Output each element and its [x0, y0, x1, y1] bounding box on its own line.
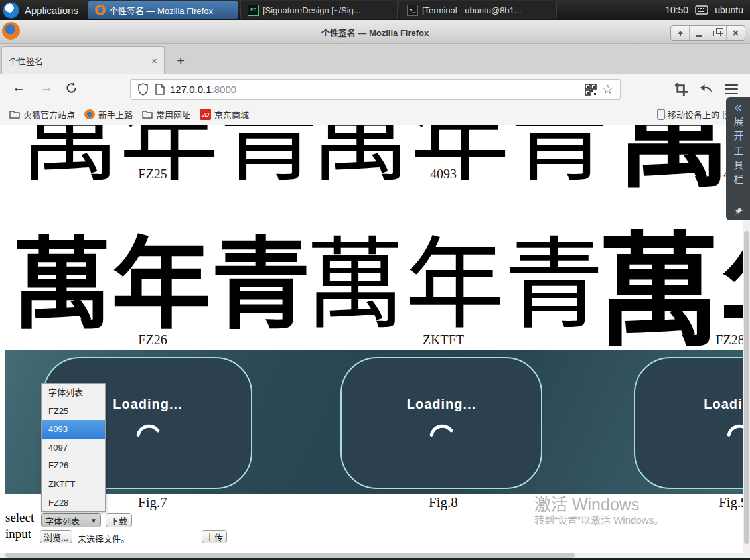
tab-close-icon[interactable]: × [151, 55, 157, 66]
folder-icon [9, 110, 20, 119]
dropdown-option[interactable]: 字体列表 [42, 384, 105, 402]
font-label: 4093 [377, 167, 510, 182]
tab-bar: 个性签名 × + [0, 44, 750, 74]
url-bar[interactable]: 127.0.0.1:8000 ☆ [130, 79, 621, 100]
pycharm-icon: PC [248, 5, 259, 16]
expand-toolbar-panel[interactable]: « 展开工具栏 [726, 97, 750, 220]
window-controls: × [670, 25, 745, 41]
bookmark-firefox-official[interactable]: 火狐官方站点 [9, 108, 75, 121]
jd-icon: JD [200, 109, 211, 120]
minimize-button[interactable] [689, 26, 708, 40]
activate-windows-subtext: 转到“设置”以激活 Windows。 [534, 512, 664, 526]
font-label: ZKTFT [377, 332, 510, 348]
file-status-text: 未选择文件。 [78, 532, 129, 545]
tab-signature[interactable]: 个性签名 × [1, 46, 165, 74]
select-current-value: 字体列表 [45, 514, 80, 527]
taskbar-window-terminal-label: [Terminal - ubuntu@8b1... [422, 5, 522, 15]
font-label: FZ25 [86, 167, 219, 182]
url-text[interactable]: 127.0.0.1:8000 [170, 84, 236, 95]
select-row-label: select [5, 510, 34, 525]
desktop-taskbar: Applications 个性签名 — Mozilla Firefox PC [… [0, 0, 750, 20]
collapse-chevrons-icon[interactable]: « [734, 100, 741, 115]
horizontal-scrollbar[interactable] [0, 553, 750, 558]
bookmark-common-sites[interactable]: 常用网址 [142, 108, 190, 121]
firefox-icon [84, 109, 95, 119]
loading-text: Loading... [407, 397, 476, 412]
fig-label: Fig.9 [694, 494, 743, 511]
font-label: FZ28 [664, 332, 743, 348]
bookmark-jd[interactable]: JD 京东商城 [200, 108, 249, 121]
horizontal-scrollbar-thumb[interactable] [5, 553, 575, 558]
loading-text: Loading... [704, 397, 743, 412]
font-sample-4093: 萬年青 [311, 125, 576, 200]
rollup-button[interactable] [671, 26, 689, 40]
terminal-icon: >_ [407, 5, 418, 16]
close-button[interactable]: × [726, 26, 745, 40]
pin-icon[interactable] [733, 206, 743, 217]
new-tab-button[interactable]: + [171, 52, 190, 70]
taskbar-window-firefox[interactable]: 个性签名 — Mozilla Firefox [88, 1, 238, 19]
font-select-control[interactable]: 字体列表 ▼ [41, 513, 101, 527]
chevron-down-icon: ▼ [90, 517, 97, 524]
window-titlebar[interactable]: 个性签名 — Mozilla Firefox × [0, 20, 750, 44]
font-label: FZ26 [86, 332, 219, 348]
font-select-dropdown: 字体列表 FZ25 4093 4097 FZ26 ZKTFT FZ28 [41, 383, 106, 512]
page-info-icon[interactable] [155, 84, 165, 95]
reload-button[interactable] [65, 82, 78, 94]
taskbar-window-terminal[interactable]: >_ [Terminal - ubuntu@8b1... [400, 1, 557, 19]
page-content: 萬年青 萬年青 萬年青 FZ25 4093 4097 萬年青 萬年青 萬年青 F… [0, 125, 743, 553]
expand-toolbar-label[interactable]: 展开工具栏 [731, 116, 745, 201]
loading-card-2: Loading... [340, 357, 542, 489]
navigation-toolbar: ← → 127.0.0.1:8000 ☆ [0, 74, 750, 104]
shield-icon[interactable] [137, 83, 149, 96]
url-port: :8000 [212, 84, 237, 95]
applications-menu[interactable]: Applications [25, 5, 78, 16]
undo-arrow-icon[interactable] [698, 82, 713, 96]
screenshot-crop-icon[interactable] [674, 82, 688, 96]
taskbar-window-pycharm[interactable]: PC [SignatureDesign [~/Sig... [240, 1, 398, 19]
phone-icon [657, 109, 665, 120]
xfce-applications-icon[interactable] [3, 2, 19, 19]
taskbar-window-pycharm-label: [SignatureDesign [~/Sig... [263, 5, 361, 15]
user-menu[interactable]: ubuntu [715, 5, 743, 15]
loading-text: Loading... [113, 397, 182, 412]
activate-windows-watermark: 激活 Windows [534, 491, 639, 515]
vertical-scrollbar-thumb[interactable] [744, 231, 749, 544]
forward-button[interactable]: → [40, 80, 53, 95]
fig-label: Fig.7 [113, 494, 192, 511]
download-button[interactable]: 下载 [106, 513, 132, 527]
spinner-icon [426, 421, 457, 437]
taskbar-window-firefox-label: 个性签名 — Mozilla Firefox [110, 4, 213, 17]
spinner-icon [133, 421, 163, 437]
loading-image-strip: Loading... Loading... Loading... [5, 350, 743, 494]
window-title: 个性签名 — Mozilla Firefox [0, 26, 750, 38]
dropdown-option[interactable]: FZ26 [42, 456, 105, 475]
firefox-icon [95, 5, 106, 15]
bookmarks-toolbar: 火狐官方站点 新手上路 常用网址 JD 京东商城 移动设备上的书签 [0, 104, 750, 125]
font-sample-zktft: 萬年青 [305, 204, 571, 348]
dropdown-option-selected[interactable]: 4093 [42, 420, 105, 439]
menu-hamburger-icon[interactable] [725, 84, 738, 94]
dropdown-option[interactable]: FZ25 [42, 402, 105, 421]
bookmark-star-icon[interactable]: ☆ [602, 82, 613, 97]
dropdown-option[interactable]: FZ28 [42, 494, 105, 512]
qr-translate-icon[interactable] [585, 84, 597, 96]
tab-title: 个性签名 [9, 54, 43, 67]
dropdown-option[interactable]: ZKTFT [42, 475, 105, 494]
dropdown-option[interactable]: 4097 [42, 439, 105, 457]
font-sample-fz26: 萬年青 [12, 204, 277, 348]
browse-button[interactable]: 浏览... [40, 530, 72, 543]
vertical-scrollbar[interactable] [743, 220, 750, 553]
bookmark-getting-started[interactable]: 新手上路 [84, 108, 133, 121]
clock[interactable]: 10:50 [665, 5, 688, 15]
loading-card-3: Loading... [634, 357, 743, 489]
spinner-icon [723, 421, 744, 437]
folder-icon [142, 110, 153, 119]
desktop-screen: Applications 个性签名 — Mozilla Firefox PC [… [0, 0, 750, 560]
upload-button[interactable]: 上传 [202, 530, 227, 543]
keyboard-icon[interactable] [695, 5, 708, 15]
maximize-button[interactable] [708, 26, 726, 40]
back-button[interactable]: ← [12, 80, 25, 95]
font-sample-fz25: 萬年青 [20, 125, 285, 200]
url-host: 127.0.0.1 [170, 84, 212, 95]
